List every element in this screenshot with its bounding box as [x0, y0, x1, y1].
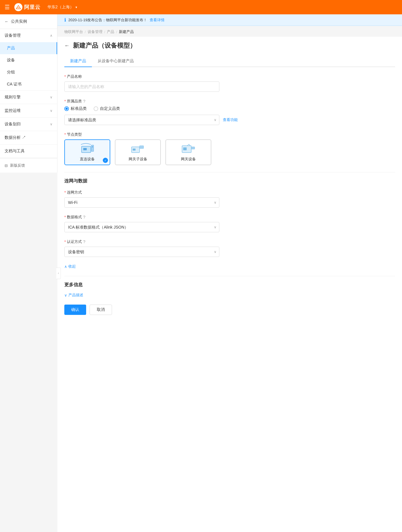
required-mark-6: *	[64, 239, 66, 244]
data-format-select[interactable]: ICA 标准数据格式（Alink JSON） 自定义格式	[64, 222, 219, 232]
collapse-link[interactable]: ∧ 收起	[64, 264, 395, 269]
radio-custom-category[interactable]: 自定义品类	[94, 106, 120, 111]
breadcrumb-product[interactable]: 产品	[107, 29, 114, 34]
sidebar-section-rules-engine: 规则引擎 ∨	[0, 91, 57, 104]
sidebar-section-label-data: 数据分析 ↗	[5, 135, 26, 140]
feedback-icon: ⊟	[5, 163, 8, 168]
page-back-button[interactable]: ←	[64, 43, 69, 49]
radio-custom-circle	[94, 106, 98, 111]
sidebar-public-instance[interactable]: ← 公共实例	[0, 14, 57, 29]
form-section-connection-type: * 连网方式 Wi-Fi 蜂窝网络 以太网 其他 ∨	[64, 190, 395, 208]
sidebar-item-ca-cert[interactable]: CA 证书	[0, 78, 57, 90]
auth-type-select-wrapper: 设备密钥 X.509证书 ∨	[64, 247, 219, 257]
sidebar-item-device[interactable]: 设备	[0, 54, 57, 66]
feedback-label: 新版反馈	[10, 163, 25, 168]
category-select-wrapper: 请选择标准品类 ∨	[64, 115, 219, 125]
svg-point-3	[92, 146, 93, 147]
form-section-data-format: * 数据格式 ? ICA 标准数据格式（Alink JSON） 自定义格式 ∨	[64, 215, 395, 232]
section-divider-1	[64, 172, 395, 172]
menu-icon[interactable]: ☰	[5, 4, 10, 11]
confirm-button[interactable]: 确认	[64, 305, 86, 315]
product-desc-label: 产品描述	[68, 293, 83, 298]
direct-device-label: 直连设备	[80, 157, 95, 162]
form-section-category: * 所属品类 ? 标准品类 自定义品类	[64, 99, 395, 125]
back-arrow-icon: ←	[5, 19, 9, 24]
required-mark-1: *	[64, 74, 66, 79]
category-label: * 所属品类 ?	[64, 99, 395, 104]
required-mark-5: *	[64, 215, 66, 219]
sidebar-section-header-data-analysis[interactable]: 数据分析 ↗	[0, 131, 57, 144]
sidebar-section-header-device-assignment[interactable]: 设备划归 ∨	[0, 118, 57, 131]
info-icon: ℹ	[64, 17, 66, 23]
sidebar-wrapper: ← 公共实例 设备管理 ∧ 产品 设备 分组 CA 证书 规则引擎 ∨	[0, 14, 57, 532]
sidebar-item-group[interactable]: 分组	[0, 66, 57, 78]
sidebar-section-header-docs-tools[interactable]: 文档与工具	[0, 145, 57, 158]
sidebar-collapse-button[interactable]: ‹	[56, 268, 61, 279]
view-features-link[interactable]: 查看功能	[223, 117, 238, 122]
connection-type-select[interactable]: Wi-Fi 蜂窝网络 以太网 其他	[64, 197, 219, 208]
page-tabs: 新建产品 从设备中心新建产品	[64, 56, 395, 67]
expand-arrow-icon: ∨	[64, 293, 67, 297]
sidebar-section-monitor-ops: 监控运维 ∨	[0, 104, 57, 118]
logo-icon	[14, 3, 22, 11]
required-mark-2: *	[64, 99, 66, 104]
radio-custom-label: 自定义品类	[100, 106, 120, 111]
section-divider-2	[64, 276, 395, 276]
sidebar-section-label-monitor: 监控运维	[5, 108, 21, 113]
data-format-label: * 数据格式 ?	[64, 215, 395, 220]
breadcrumb-sep-3: /	[116, 30, 117, 34]
page-title-area: ← 新建产品（设备模型）	[64, 37, 395, 56]
sidebar-section-docs-tools: 文档与工具	[0, 145, 57, 158]
product-name-label: * 产品名称	[64, 74, 395, 79]
sidebar-section-data-analysis: 数据分析 ↗	[0, 131, 57, 145]
sidebar-section-header-monitor-ops[interactable]: 监控运维 ∨	[0, 104, 57, 117]
cancel-button[interactable]: 取消	[90, 305, 112, 315]
page-title: 新建产品（设备模型）	[73, 41, 136, 50]
sidebar-section-label-docs: 文档与工具	[5, 149, 25, 154]
logo: 阿里云	[14, 3, 40, 11]
connectivity-section-title: 连网与数据	[64, 178, 395, 184]
sidebar-public-instance-label: 公共实例	[11, 19, 27, 24]
connection-type-label: * 连网方式	[64, 190, 395, 195]
direct-device-check: ✓	[103, 158, 108, 163]
auth-type-select[interactable]: 设备密钥 X.509证书	[64, 247, 219, 257]
sidebar-item-product[interactable]: 产品	[0, 42, 57, 54]
sidebar-section-device-assignment: 设备划归 ∨	[0, 118, 57, 131]
sidebar: ← 公共实例 设备管理 ∧ 产品 设备 分组 CA 证书 规则引擎 ∨	[0, 14, 57, 173]
tab-new-product[interactable]: 新建产品	[64, 56, 92, 67]
radio-standard-category[interactable]: 标准品类	[64, 106, 87, 111]
product-name-label-text: 产品名称	[67, 74, 82, 79]
node-type-gateway-sub[interactable]: 网关子设备 ✓	[115, 139, 161, 165]
gateway-icon	[181, 143, 195, 154]
auth-type-help-icon[interactable]: ?	[83, 239, 85, 244]
direct-device-icon	[80, 143, 94, 154]
form-section-node-type: * 节点类型 直连设备 ✓	[64, 132, 395, 165]
form-actions: 确认 取消	[64, 305, 395, 315]
category-help-icon[interactable]: ?	[83, 99, 85, 104]
product-desc-expand[interactable]: ∨ 产品描述	[64, 293, 395, 298]
region-selector[interactable]: 华东2（上海） ▼	[47, 5, 78, 10]
gateway-sub-label: 网关子设备	[129, 157, 147, 162]
sidebar-section-header-rules-engine[interactable]: 规则引擎 ∨	[0, 91, 57, 104]
sidebar-section-header-device-management[interactable]: 设备管理 ∧	[0, 29, 57, 42]
sidebar-feedback[interactable]: ⊟ 新版反馈	[0, 158, 57, 173]
product-name-input[interactable]	[64, 81, 219, 92]
category-select[interactable]: 请选择标准品类	[64, 115, 219, 125]
chevron-down-icon-3: ∨	[50, 122, 53, 126]
data-format-select-wrapper: ICA 标准数据格式（Alink JSON） 自定义格式 ∨	[64, 222, 219, 232]
data-format-help-icon[interactable]: ?	[83, 215, 85, 219]
node-type-gateway[interactable]: 网关设备 ✓	[165, 139, 211, 165]
node-type-direct-device[interactable]: 直连设备 ✓	[64, 139, 110, 165]
announcement-banner: ℹ 2020-11-19发布公告：物联网平台新功能发布！ 查看详情	[57, 14, 402, 26]
tab-from-device-center[interactable]: 从设备中心新建产品	[92, 56, 140, 67]
breadcrumb-device-management[interactable]: 设备管理	[88, 29, 103, 34]
chevron-down-icon: ∨	[50, 95, 53, 99]
gateway-label: 网关设备	[181, 157, 196, 162]
more-info-title: 更多信息	[64, 282, 395, 288]
category-select-row: 请选择标准品类 ∨ 查看功能	[64, 115, 395, 125]
breadcrumb-iot-platform[interactable]: 物联网平台	[64, 29, 83, 34]
radio-standard-circle	[64, 106, 69, 111]
breadcrumb-sep-2: /	[104, 30, 105, 34]
announcement-link[interactable]: 查看详情	[150, 17, 165, 23]
required-mark-3: *	[64, 132, 66, 137]
